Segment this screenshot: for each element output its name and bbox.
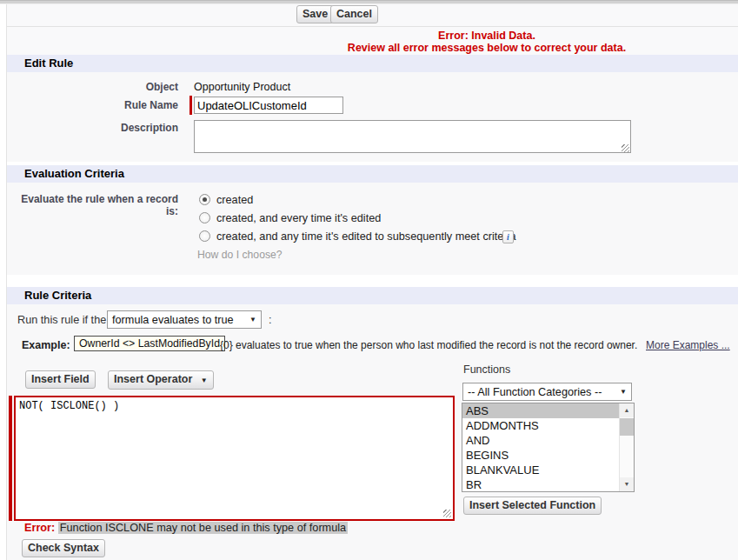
run-rule-label: Run this rule if the [17,314,106,326]
cancel-button[interactable]: Cancel [330,5,378,23]
textarea-resize-handle[interactable] [622,144,629,152]
error-message: Function ISCLONE may not be used in this… [58,522,348,534]
check-syntax-button[interactable]: Check Syntax [22,539,105,557]
save-button[interactable]: Save [296,5,334,23]
run-rule-suffix: : [269,314,272,326]
error-banner-line2: Review all error messages below to corre… [226,42,738,54]
example-label: Example: [22,339,70,351]
function-list-item[interactable]: AND [462,433,619,448]
function-list-item[interactable]: ABS [462,403,619,418]
textarea-resize-handle[interactable] [443,510,451,517]
description-label: Description [7,122,178,134]
function-category-select[interactable]: -- All Function Categories -- ▼ [462,383,632,401]
function-list-item[interactable]: BR [462,477,619,492]
section-header-rule-criteria: Rule Criteria [7,287,738,304]
rule-condition-select-value: formula evaluates to true [112,314,234,326]
required-field-bar [9,396,12,521]
functions-label: Functions [463,363,510,376]
example-formula-code: OwnerId <> LastModifiedById [74,336,225,351]
formula-textarea[interactable]: NOT( ISCLONE() ) [14,396,455,521]
section-header-evaluation-criteria: Evaluation Criteria [7,165,738,183]
required-field-bar [189,96,192,115]
rule-condition-select[interactable]: formula evaluates to true ▼ [107,310,262,329]
scrollbar-thumb[interactable] [620,418,634,436]
description-textarea[interactable] [194,120,631,153]
rule-name-label: Rule Name [7,99,178,111]
radio-created-subsequently-label[interactable]: created, and any time it's edited to sub… [216,230,515,243]
evaluate-label-line1: Evaluate the rule when a record [7,193,178,205]
formula-error-line: Error: Function ISCLONE may not be used … [24,522,348,534]
radio-created[interactable] [199,194,210,205]
function-list-item[interactable]: ADDMONTHS [462,418,619,433]
section-edit-rule: Object Opportunity Product Rule Name Des… [7,72,738,162]
function-listbox: ABS ADDMONTHS AND BEGINS BLANKVALUE BR ▲… [462,403,635,492]
function-list-item[interactable]: BLANKVALUE [462,463,619,477]
radio-created-subsequently[interactable] [199,230,210,242]
radio-created-every-edit-label[interactable]: created, and every time it's edited [216,212,381,224]
section-evaluation-criteria: Evaluate the rule when a record is: crea… [7,183,738,275]
scroll-down-icon[interactable]: ▼ [620,477,634,491]
example-description: {0} evaluates to true when the person wh… [220,339,637,351]
object-label: Object [7,81,178,93]
function-category-select-value: -- All Function Categories -- [468,386,602,398]
section-header-edit-rule: Edit Rule [7,55,738,72]
scroll-up-icon[interactable]: ▲ [620,403,634,417]
error-label: Error: [24,522,55,534]
error-banner-line1: Error: Invalid Data. [226,30,738,42]
evaluate-label-line2: is: [7,205,178,217]
object-value: Opportunity Product [194,81,290,93]
insert-operator-label: Insert Operator [114,373,192,385]
scrollbar[interactable]: ▲ ▼ [619,403,634,491]
info-icon[interactable]: i [502,230,514,243]
section-rule-criteria: Run this rule if the formula evaluates t… [7,304,738,560]
chevron-down-icon: ▼ [249,316,256,323]
workflow-rule-edit-page: Save Cancel Error: Invalid Data. Review … [0,0,738,560]
radio-created-label[interactable]: created [216,194,253,206]
insert-selected-function-button[interactable]: Insert Selected Function [463,497,602,515]
rule-name-input[interactable] [194,97,343,114]
more-examples-link[interactable]: More Examples ... [646,339,730,351]
error-banner: Error: Invalid Data. Review all error me… [7,27,738,55]
toolbar: Save Cancel [7,4,738,27]
radio-created-every-edit[interactable] [199,212,210,223]
insert-operator-button[interactable]: Insert Operator ▼ [108,370,214,390]
how-do-i-choose-link[interactable]: How do I choose? [197,249,283,261]
chevron-down-icon: ▼ [620,388,627,396]
chevron-down-icon: ▼ [201,377,208,384]
function-list-item[interactable]: BEGINS [462,448,619,463]
insert-field-button[interactable]: Insert Field [25,370,96,389]
